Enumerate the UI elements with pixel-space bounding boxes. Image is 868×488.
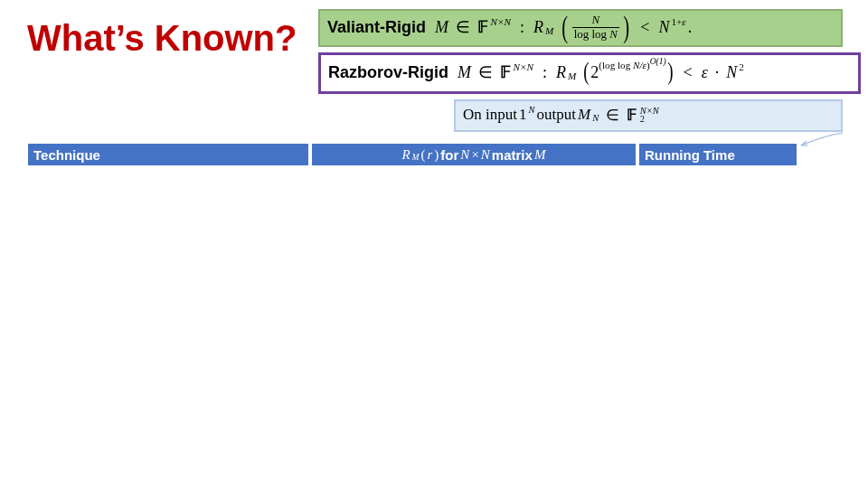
header-technique-label: Technique bbox=[33, 147, 100, 163]
input-in: ∈ bbox=[606, 106, 619, 125]
razborov-exp-sup: O(1) bbox=[650, 57, 666, 66]
input-output-box: On input 1 N output M N ∈ 𝔽 N×N 2 bbox=[454, 99, 843, 132]
razborov-two: 2 bbox=[590, 63, 599, 82]
input-b: output bbox=[537, 106, 576, 124]
valiant-paren: ( N log log N ) bbox=[560, 14, 631, 41]
input-field-scripts: N×N 2 bbox=[640, 107, 659, 124]
header-rm-M: M bbox=[534, 147, 546, 163]
slide: What’s Known? Valiant-Rigid M ∈ 𝔽 N×N : … bbox=[0, 0, 868, 488]
razborov-R: R bbox=[556, 63, 566, 82]
valiant-label: Valiant-Rigid bbox=[327, 18, 426, 37]
header-rm-R: R bbox=[402, 147, 410, 163]
valiant-rigid-box: Valiant-Rigid M ∈ 𝔽 N×N : R M ( N log lo… bbox=[318, 9, 843, 47]
valiant-NxN: N×N bbox=[491, 16, 511, 27]
razborov-in: ∈ bbox=[478, 62, 493, 82]
razborov-exp: (log log N/ε)O(1) bbox=[599, 60, 665, 70]
valiant-rhs-exp-b: ε bbox=[682, 16, 685, 27]
valiant-frac-den: log log N bbox=[572, 27, 619, 41]
header-rm: R M ( r ) for N × N matrix M bbox=[311, 143, 637, 166]
input-oneexp: N bbox=[528, 105, 534, 115]
valiant-Rsub: M bbox=[545, 25, 553, 36]
razborov-Rsub: M bbox=[568, 70, 576, 81]
razborov-M: M bbox=[458, 63, 471, 82]
razborov-rigid-box: Razborov-Rigid M ∈ 𝔽 N×N : R M ( 2 (log … bbox=[318, 52, 861, 94]
header-running-time-label: Running Time bbox=[645, 147, 735, 163]
razborov-exp-a: (log log bbox=[599, 60, 633, 70]
header-rm-matrix: matrix bbox=[492, 147, 533, 163]
input-fsub: 2 bbox=[640, 115, 659, 123]
razborov-paren: ( 2 (log log N/ε)O(1) ) bbox=[582, 62, 674, 82]
header-rm-lp: ( bbox=[421, 147, 426, 163]
slide-title: What’s Known? bbox=[27, 18, 297, 59]
valiant-R: R bbox=[533, 18, 543, 37]
valiant-frac-den-a: log log bbox=[574, 27, 610, 41]
connector-arrow-icon bbox=[797, 132, 844, 148]
header-technique: Technique bbox=[27, 143, 309, 166]
header-rm-for: for bbox=[440, 147, 458, 163]
input-M: M bbox=[578, 106, 590, 124]
valiant-rhs-exp: 1+ε bbox=[671, 16, 685, 27]
valiant-rhs-exp-a: 1+ bbox=[671, 16, 682, 27]
valiant-colon: : bbox=[520, 18, 524, 37]
valiant-frac: N log log N bbox=[572, 14, 619, 41]
razborov-NxN: N×N bbox=[514, 61, 533, 72]
valiant-M: M bbox=[435, 18, 448, 37]
razborov-field: 𝔽 bbox=[500, 62, 512, 82]
input-Msub: N bbox=[592, 113, 599, 123]
header-rm-r: r bbox=[428, 147, 433, 163]
razborov-colon: : bbox=[542, 63, 547, 82]
valiant-rhs-N: N bbox=[658, 18, 669, 37]
input-field: 𝔽 bbox=[627, 106, 637, 125]
header-rm-times: × bbox=[471, 147, 478, 163]
razborov-exp-b: N/ε bbox=[633, 60, 646, 70]
input-one: 1 bbox=[519, 106, 527, 124]
input-a: On input bbox=[463, 106, 517, 124]
header-rm-Rsub: M bbox=[412, 153, 420, 162]
header-rm-N1: N bbox=[460, 147, 469, 163]
header-rm-N2: N bbox=[481, 147, 490, 163]
header-running-time: Running Time bbox=[638, 143, 797, 166]
razborov-lt: < bbox=[684, 63, 693, 82]
razborov-N: N bbox=[726, 63, 737, 82]
valiant-frac-den-b: N bbox=[609, 27, 618, 41]
valiant-in: ∈ bbox=[456, 17, 470, 37]
header-rm-rp: ) bbox=[434, 147, 439, 163]
razborov-label: Razborov-Rigid bbox=[328, 63, 448, 82]
razborov-eps: ε bbox=[702, 63, 708, 82]
valiant-lt: < bbox=[640, 18, 649, 37]
razborov-cdot: · bbox=[715, 63, 720, 82]
valiant-dot: . bbox=[688, 18, 693, 37]
razborov-sq: 2 bbox=[739, 61, 744, 72]
valiant-frac-num: N bbox=[590, 14, 601, 27]
valiant-field: 𝔽 bbox=[477, 17, 489, 37]
